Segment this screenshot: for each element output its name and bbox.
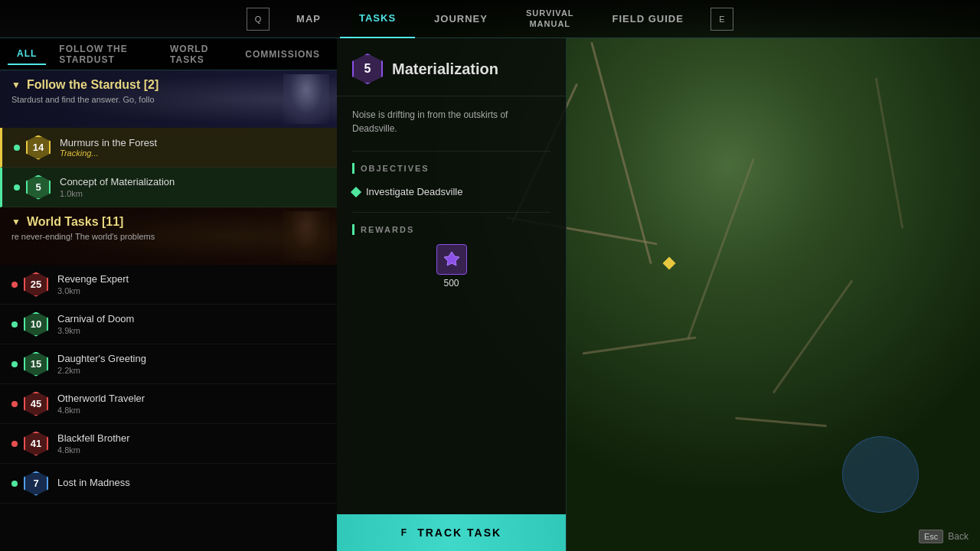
task-badge-carnival: 10 <box>24 312 48 337</box>
tab-bar: ALL FOLLOW THE STARDUST WORLD TASKS COMM… <box>0 38 337 70</box>
objective-diamond-icon <box>351 186 361 197</box>
nav-field-guide[interactable]: FIELD GUIDE <box>593 0 703 38</box>
track-task-button[interactable]: F TRACK TASK <box>337 514 566 551</box>
task-badge-murmurs: 14 <box>26 135 51 160</box>
task-dot-murmurs <box>14 145 20 151</box>
nav-map[interactable]: MAP <box>277 0 340 38</box>
detail-header: 5 Materialization <box>337 38 566 96</box>
task-name-revenge: Revenge Expert <box>57 273 325 285</box>
rewards-label: REWARDS <box>352 224 550 235</box>
task-badge-daughter: 15 <box>24 352 48 377</box>
f-key-label: F <box>401 527 408 538</box>
esc-key[interactable]: Esc <box>919 530 943 543</box>
task-dot-otherworld <box>11 401 18 407</box>
task-dot-blackfell <box>11 441 18 447</box>
task-badge-blackfell: 41 <box>24 432 48 456</box>
map-marker <box>663 257 676 270</box>
task-badge-lost: 7 <box>24 471 48 496</box>
task-dist-carnival: 3.9km <box>57 326 325 335</box>
section-title-world: ▼ World Tasks [11] <box>11 215 325 229</box>
section-title-follow: ▼ Follow the Stardust [2] <box>11 78 325 92</box>
task-info-murmurs: Murmurs in the Forest Tracking... <box>51 137 325 158</box>
task-dist-daughter: 2.2km <box>57 366 325 375</box>
task-murmurs[interactable]: 14 Murmurs in the Forest Tracking... <box>0 128 337 168</box>
task-dot-revenge <box>11 282 18 288</box>
tab-follow-stardust[interactable]: FOLLOW THE STARDUST <box>50 39 157 70</box>
task-name-materialization: Concept of Materialization <box>60 176 325 187</box>
task-dot-daughter <box>11 361 18 367</box>
nav-journey[interactable]: JOURNEY <box>415 0 507 38</box>
tab-all[interactable]: ALL <box>8 44 46 65</box>
tab-world-tasks[interactable]: WORLD TASKS <box>161 39 232 70</box>
detail-panel: 5 Materialization Noise is drifting in f… <box>337 38 567 551</box>
task-badge-materialization: 5 <box>26 175 51 200</box>
task-info-otherworld: Otherworld Traveler 4.8km <box>48 393 325 415</box>
left-panel: ALL FOLLOW THE STARDUST WORLD TASKS COMM… <box>0 38 337 551</box>
section-follow-stardust[interactable]: ▼ Follow the Stardust [2] Stardust and f… <box>0 70 337 128</box>
task-info-revenge: Revenge Expert 3.0km <box>48 273 325 295</box>
task-dist-blackfell: 4.8km <box>57 445 325 455</box>
svg-marker-0 <box>444 252 459 266</box>
objectives-label: OBJECTIVES <box>352 163 550 174</box>
task-daughter[interactable]: 15 Daughter's Greeting 2.2km <box>0 344 337 384</box>
task-dist-revenge: 3.0km <box>57 286 325 295</box>
task-name-otherworld: Otherworld Traveler <box>57 393 325 404</box>
task-dot-materialization <box>14 184 20 191</box>
objective-item-1: Investigate Deadsville <box>352 183 550 201</box>
top-navigation: Q MAP TASKS JOURNEY SURVIVALMANUAL FIELD… <box>0 0 980 38</box>
task-info-carnival: Carnival of Doom 3.9km <box>48 313 325 335</box>
section-world-tasks[interactable]: ▼ World Tasks [11] re never-ending! The … <box>0 207 337 265</box>
detail-description: Noise is drifting in from the outskirts … <box>337 96 566 147</box>
reward-amount: 500 <box>443 278 459 289</box>
task-badge-otherworld: 45 <box>24 392 48 416</box>
task-list[interactable]: ▼ Follow the Stardust [2] Stardust and f… <box>0 70 337 551</box>
detail-title: Materialization <box>392 60 498 78</box>
task-blackfell[interactable]: 41 Blackfell Brother 4.8km <box>0 424 337 464</box>
objectives-section: OBJECTIVES Investigate Deadsville <box>337 155 566 208</box>
task-carnival[interactable]: 10 Carnival of Doom 3.9km <box>0 305 337 344</box>
divider-2 <box>352 212 550 213</box>
esc-label: Back <box>948 531 969 542</box>
task-revenge[interactable]: 25 Revenge Expert 3.0km <box>0 265 337 305</box>
reward-item-1: 500 <box>352 244 550 289</box>
nav-tasks[interactable]: TASKS <box>340 0 415 38</box>
task-otherworld[interactable]: 45 Otherworld Traveler 4.8km <box>0 384 337 424</box>
q-key-icon[interactable]: Q <box>247 8 270 31</box>
task-dot-carnival <box>11 321 18 328</box>
task-lost[interactable]: 7 Lost in Madness <box>0 464 337 504</box>
task-tracking-murmurs: Tracking... <box>60 148 325 158</box>
task-badge-revenge: 25 <box>24 272 48 297</box>
detail-badge: 5 <box>352 54 383 84</box>
task-name-daughter: Daughter's Greeting <box>57 353 325 364</box>
task-materialization[interactable]: 5 Concept of Materialization 1.0km <box>0 168 337 207</box>
task-dot-lost <box>11 481 18 487</box>
task-name-blackfell: Blackfell Brother <box>57 432 325 444</box>
task-info-blackfell: Blackfell Brother 4.8km <box>48 432 325 455</box>
task-name-murmurs: Murmurs in the Forest <box>60 137 325 148</box>
e-key-icon[interactable]: E <box>710 8 733 31</box>
track-button-label: TRACK TASK <box>417 527 501 539</box>
task-name-carnival: Carnival of Doom <box>57 313 325 324</box>
task-name-lost: Lost in Madness <box>57 477 325 488</box>
task-info-materialization: Concept of Materialization 1.0km <box>51 176 325 198</box>
section-desc-follow: Stardust and find the answer. Go, follo <box>11 95 325 104</box>
task-info-lost: Lost in Madness <box>48 477 325 490</box>
esc-hint: Esc Back <box>919 530 969 543</box>
task-info-daughter: Daughter's Greeting 2.2km <box>48 353 325 375</box>
reward-currency-icon <box>436 244 467 275</box>
tab-commissions[interactable]: COMMISSIONS <box>236 44 329 64</box>
nav-survival-manual[interactable]: SURVIVALMANUAL <box>507 0 593 38</box>
rewards-section: REWARDS 500 <box>337 217 566 296</box>
task-dist-otherworld: 4.8km <box>57 406 325 415</box>
divider-1 <box>352 151 550 152</box>
section-desc-world: re never-ending! The world's problems <box>11 232 325 241</box>
task-dist-materialization: 1.0km <box>60 189 325 198</box>
